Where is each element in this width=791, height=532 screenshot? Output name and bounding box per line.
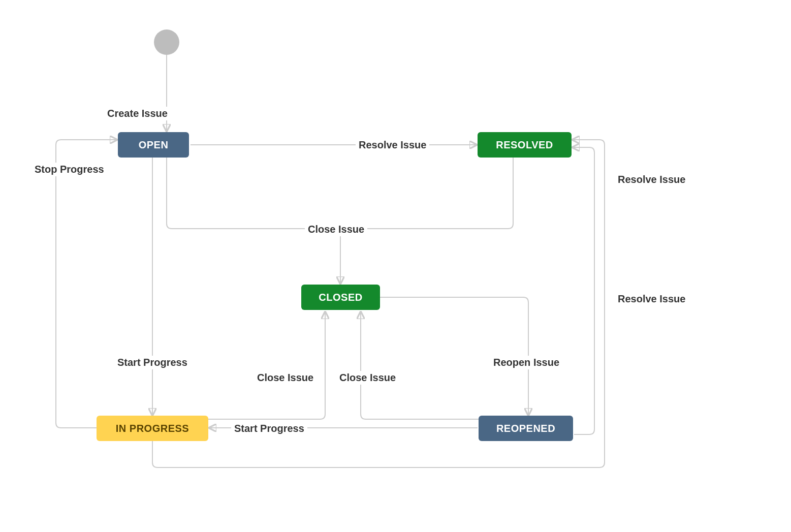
label-start-progress-mid: Start Progress: [231, 422, 307, 435]
label-close-issue-top: Close Issue: [305, 223, 367, 236]
edge-open-closed: [167, 158, 335, 229]
state-reopened: REOPENED: [479, 416, 573, 441]
label-create-issue: Create Issue: [104, 107, 171, 120]
edge-inprogress-open: [56, 140, 117, 428]
edge-reopened-resolved: [573, 147, 594, 434]
start-node: [154, 29, 179, 55]
edge-inprogress-closed: [193, 312, 325, 419]
label-resolve-issue-top: Resolve Issue: [356, 138, 429, 152]
state-resolved: RESOLVED: [478, 132, 572, 158]
state-open: OPEN: [118, 132, 189, 158]
label-start-progress-left: Start Progress: [114, 356, 191, 369]
label-close-issue-right: Close Issue: [336, 371, 399, 385]
state-resolved-label: RESOLVED: [496, 139, 553, 151]
label-reopen-issue: Reopen Issue: [490, 356, 562, 369]
label-stop-progress: Stop Progress: [31, 163, 107, 176]
state-closed-label: CLOSED: [319, 292, 362, 303]
state-reopened-label: REOPENED: [496, 423, 555, 434]
edge-resolved-closed: [335, 158, 513, 229]
state-in-progress: IN PROGRESS: [97, 416, 208, 441]
label-resolve-issue-right: Resolve Issue: [615, 173, 688, 186]
state-open-label: OPEN: [139, 139, 169, 151]
state-closed: CLOSED: [301, 285, 380, 310]
state-inprogress-label: IN PROGRESS: [116, 423, 189, 434]
label-resolve-issue-mid: Resolve Issue: [615, 292, 688, 306]
edge-reopened-closed: [361, 312, 493, 419]
workflow-edges: [0, 0, 791, 532]
label-close-issue-left: Close Issue: [254, 371, 317, 385]
